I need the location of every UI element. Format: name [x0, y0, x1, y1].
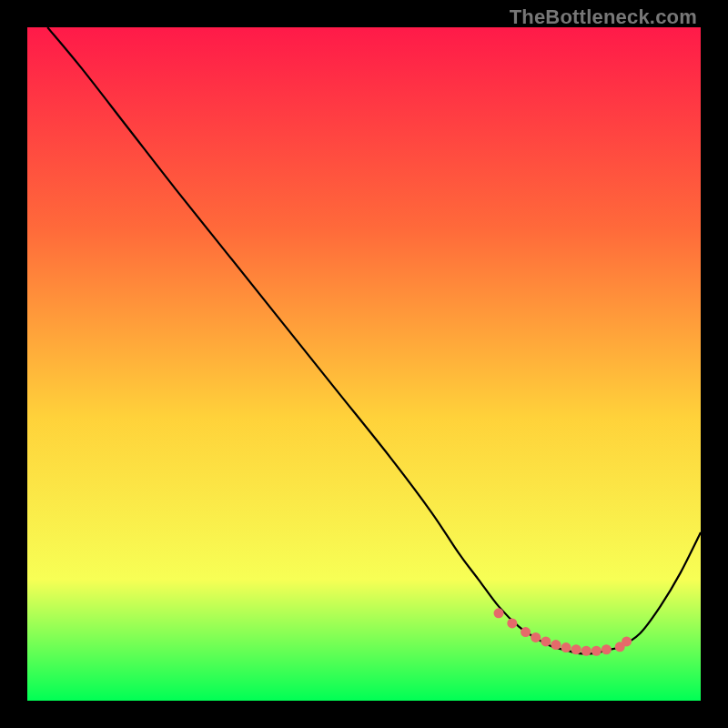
highlight-marker	[521, 627, 531, 637]
watermark-text: TheBottleneck.com	[510, 5, 697, 29]
highlight-marker	[571, 644, 581, 654]
highlight-marker	[507, 618, 517, 628]
highlight-marker	[622, 636, 632, 646]
chart-svg	[27, 27, 701, 701]
highlight-marker	[592, 646, 602, 656]
highlight-marker	[541, 636, 551, 646]
highlight-marker	[551, 640, 561, 650]
chart-frame	[27, 27, 701, 701]
highlight-marker	[531, 632, 541, 642]
highlight-marker	[494, 608, 504, 618]
highlight-marker	[602, 644, 612, 654]
highlight-marker	[581, 646, 592, 656]
highlight-marker	[561, 642, 571, 652]
